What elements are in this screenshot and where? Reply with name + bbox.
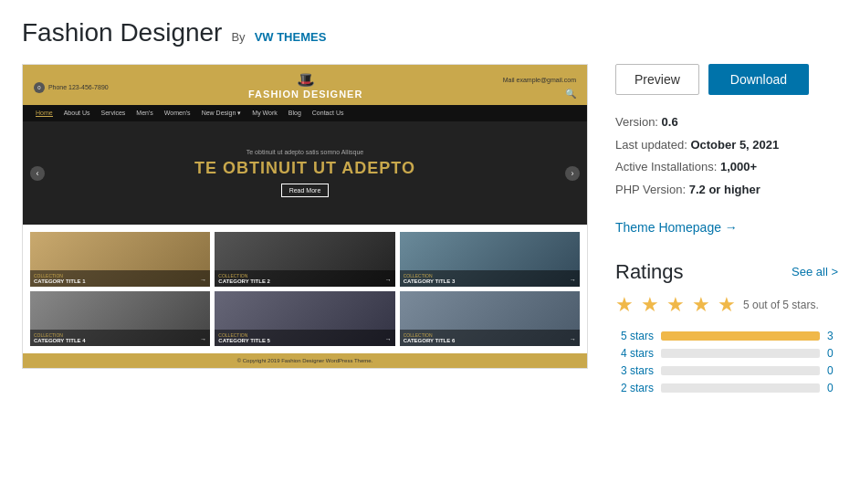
mock-header: 0 Phone 123-456-7890 🎩 FASHION DESIGNER …	[23, 65, 587, 105]
bar-track-3	[661, 366, 820, 375]
nav-about: About Us	[64, 110, 90, 117]
php-row: PHP Version: 7.2 or higher	[615, 179, 838, 202]
last-updated-value: October 5, 2021	[690, 138, 779, 152]
info-column: Preview Download Version: 0.6 Last updat…	[615, 64, 838, 399]
nav-mens: Men's	[136, 110, 152, 117]
bar-track-4	[661, 349, 820, 358]
mock-cell-5: collection CATEGORY TITLE 5 →	[215, 291, 394, 346]
hero-title-white: TE OBTINUIT UT	[194, 159, 337, 177]
theme-homepage-link[interactable]: Theme Homepage →	[615, 220, 738, 235]
star-4: ★	[692, 293, 710, 317]
nav-mywork: My Work	[252, 110, 277, 117]
cell-title-6: CATEGORY TITLE 6	[404, 338, 576, 343]
mock-cell-1: collection CATEGORY TITLE 1 →	[30, 232, 210, 287]
title-row: Fashion Designer By VW THEMES	[22, 18, 838, 47]
php-label: PHP Version:	[615, 183, 686, 196]
bar-count-2: 0	[827, 382, 838, 394]
cell-title-5: CATEGORY TITLE 5	[218, 338, 391, 343]
mock-grid: collection CATEGORY TITLE 1 → collection…	[23, 225, 587, 353]
cell-title-3: CATEGORY TITLE 3	[404, 278, 576, 284]
mock-cell-4: collection CATEGORY TITLE 4 →	[30, 291, 210, 346]
page-container: Fashion Designer By VW THEMES 0 Phone 12…	[0, 0, 860, 417]
cell-arrow-3: →	[570, 277, 576, 283]
cell-title-4: CATEGORY TITLE 4	[34, 338, 206, 343]
rating-bar-row-3: 3 stars 0	[615, 364, 838, 377]
mock-right-header: Mail example@gmail.com 🔍	[503, 70, 576, 100]
bar-fill-5	[661, 331, 820, 341]
cell-arrow-6: →	[570, 336, 576, 342]
cell-title-2: CATEGORY TITLE 2	[218, 278, 391, 284]
version-label: Version:	[615, 115, 658, 129]
mock-cell-2: collection CATEGORY TITLE 2 →	[215, 232, 394, 287]
php-value: 7.2 or higher	[689, 183, 760, 196]
version-row: Version: 0.6	[615, 111, 838, 134]
meta-info: Version: 0.6 Last updated: October 5, 20…	[615, 111, 838, 202]
cell-overlay-2: collection CATEGORY TITLE 2	[215, 270, 394, 287]
see-all-link[interactable]: See all >	[792, 265, 838, 278]
active-installs-row: Active Installations: 1,000+	[615, 156, 838, 179]
rating-bar-row-5: 5 stars 3	[615, 330, 838, 342]
mock-logo-icon: 🎩	[248, 71, 362, 89]
next-arrow-icon: ›	[565, 166, 580, 181]
ratings-title: Ratings	[615, 260, 684, 284]
bar-label-4: 4 stars	[615, 347, 654, 360]
cell-arrow-1: →	[200, 277, 206, 283]
mock-logo-area: 🎩 FASHION DESIGNER	[248, 71, 362, 100]
mock-cell-3: collection CATEGORY TITLE 3 →	[400, 232, 580, 287]
download-button[interactable]: Download	[708, 64, 809, 95]
bar-track-5	[661, 331, 820, 341]
star-2: ★	[641, 293, 659, 317]
mock-search-icon: 🔍	[565, 89, 576, 99]
bar-label-5: 5 stars	[615, 330, 654, 342]
bar-label-2: 2 stars	[615, 382, 654, 394]
stars-row: ★ ★ ★ ★ ★ 5 out of 5 stars.	[615, 293, 838, 317]
theme-screenshot: 0 Phone 123-456-7890 🎩 FASHION DESIGNER …	[22, 64, 588, 369]
cart-badge: 0	[34, 82, 45, 93]
nav-services: Services	[100, 110, 125, 117]
bar-count-5: 3	[827, 330, 838, 342]
mock-hero: ‹ Te obtinuit ut adepto satis somno Alli…	[23, 121, 587, 225]
mock-logo: FASHION DESIGNER	[248, 89, 362, 100]
rating-bar-row-4: 4 stars 0	[615, 347, 838, 360]
cell-overlay-4: collection CATEGORY TITLE 4	[30, 330, 210, 346]
cell-overlay-6: collection CATEGORY TITLE 6	[400, 330, 580, 346]
cell-overlay-5: collection CATEGORY TITLE 5	[215, 330, 394, 346]
rating-text: 5 out of 5 stars.	[743, 299, 819, 311]
cell-overlay-3: collection CATEGORY TITLE 3	[400, 270, 580, 287]
cell-arrow-2: →	[385, 277, 392, 283]
prev-arrow-icon: ‹	[30, 166, 45, 181]
by-text: By	[231, 30, 245, 44]
nav-contact: Contact Us	[312, 110, 344, 117]
author-link[interactable]: VW THEMES	[255, 30, 327, 44]
theme-preview-column: 0 Phone 123-456-7890 🎩 FASHION DESIGNER …	[22, 64, 588, 399]
mock-mail: Mail example@gmail.com	[503, 77, 576, 83]
nav-home: Home	[36, 110, 53, 117]
star-3: ★	[666, 293, 685, 317]
ratings-header: Ratings See all >	[615, 260, 838, 284]
hero-title-accent: ADEPTO	[341, 159, 415, 177]
nav-blog: Blog	[288, 110, 301, 117]
mock-theme: 0 Phone 123-456-7890 🎩 FASHION DESIGNER …	[23, 65, 587, 368]
mock-read-more: Read More	[281, 184, 330, 197]
mock-hero-sub: Te obtinuit ut adepto satis somno Allisq…	[41, 149, 569, 155]
mock-hero-title: TE OBTINUIT UT ADEPTO	[41, 159, 569, 178]
cell-arrow-5: →	[385, 336, 392, 342]
bar-track-2	[661, 383, 820, 393]
preview-button[interactable]: Preview	[615, 64, 699, 95]
star-1: ★	[615, 293, 634, 317]
version-value: 0.6	[662, 115, 678, 129]
bar-count-3: 0	[827, 364, 838, 377]
mock-cell-6: collection CATEGORY TITLE 6 →	[400, 291, 580, 346]
cell-overlay-1: collection CATEGORY TITLE 1	[30, 270, 210, 287]
bar-count-4: 0	[827, 347, 838, 360]
nav-womens: Women's	[164, 110, 191, 117]
ratings-section: Ratings See all > ★ ★ ★ ★ ★ 5 out of 5 s…	[615, 260, 838, 394]
mock-cart-area: 0 Phone 123-456-7890	[34, 78, 109, 93]
cell-arrow-4: →	[200, 336, 206, 342]
mock-footer: © Copyright 2019 Fashion Designer WordPr…	[23, 353, 587, 368]
rating-bar-row-2: 2 stars 0	[615, 382, 838, 394]
mock-phone: Phone 123-456-7890	[48, 84, 109, 90]
bar-label-3: 3 stars	[615, 364, 654, 377]
active-installs-value: 1,000+	[720, 160, 757, 173]
mock-nav: Home About Us Services Men's Women's New…	[23, 105, 587, 121]
